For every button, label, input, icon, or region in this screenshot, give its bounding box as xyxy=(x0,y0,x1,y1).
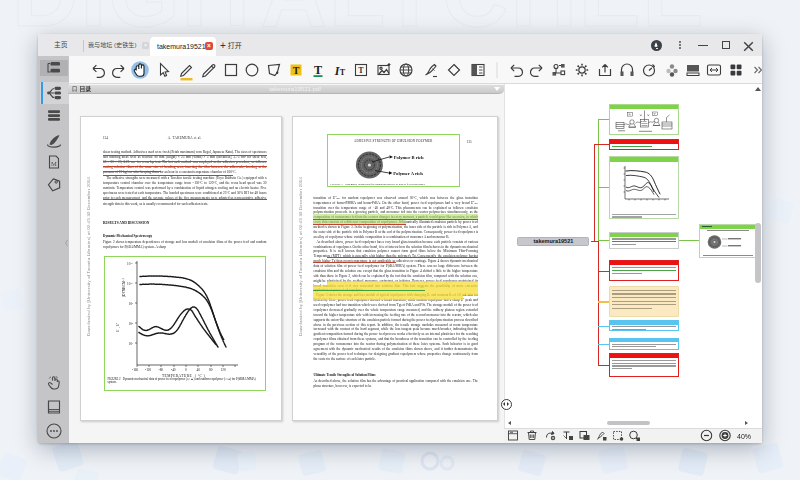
svg-text:-160: -160 xyxy=(132,368,139,372)
svg-text:0: 0 xyxy=(185,368,187,372)
svg-text:T: T xyxy=(340,68,346,77)
svg-text:40%: 40% xyxy=(737,432,751,439)
svg-text:-40: -40 xyxy=(171,368,176,372)
svg-text:1010: 1010 xyxy=(127,282,134,286)
svg-text:M: M xyxy=(51,160,57,167)
svg-text:40: 40 xyxy=(196,368,200,372)
svg-text:T: T xyxy=(293,65,300,76)
svg-text:T: T xyxy=(314,63,322,77)
svg-text:107: 107 xyxy=(128,342,133,346)
svg-text:T: T xyxy=(358,66,364,75)
svg-text:80: 80 xyxy=(209,368,213,372)
svg-text:(DYNE/CM2): (DYNE/CM2) xyxy=(121,278,126,297)
svg-text:E′ , E″: E′ , E″ xyxy=(116,322,121,332)
svg-text:109: 109 xyxy=(128,302,133,306)
svg-text:-80: -80 xyxy=(158,368,163,372)
svg-text:120: 120 xyxy=(220,368,225,372)
svg-text:1011: 1011 xyxy=(127,262,133,266)
svg-text:-120: -120 xyxy=(145,368,152,372)
svg-text:108: 108 xyxy=(128,322,133,326)
